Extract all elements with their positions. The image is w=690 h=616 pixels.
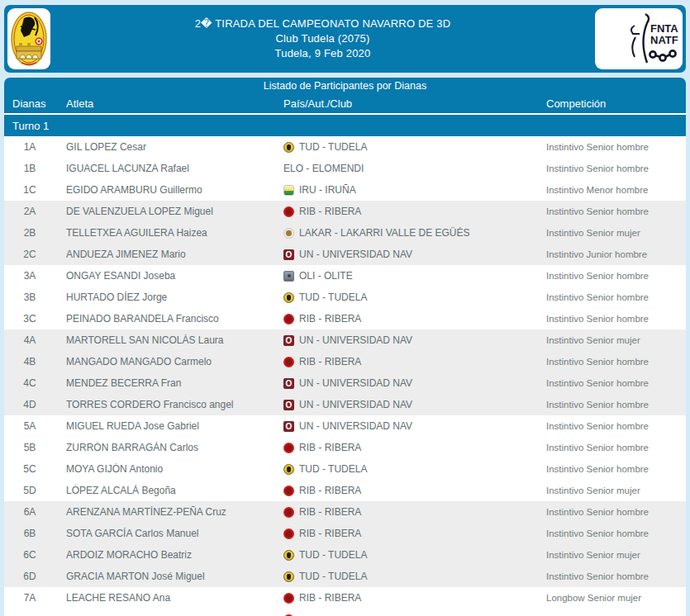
row-club-cell: UN - UNIVERSIDAD NAV (283, 249, 546, 260)
col-header-dianas: Dianas (4, 97, 55, 110)
row-dianas: 2B (4, 227, 55, 239)
row-competicion: Instintivo Senior hombre (546, 421, 686, 431)
row-dianas: 6A (4, 506, 55, 518)
un-club-icon (283, 249, 294, 260)
svg-text:FNTA: FNTA (650, 22, 678, 35)
table-row: 1B IGUACEL LACUNZA Rafael ELO - ELOMENDI… (4, 158, 686, 179)
row-club-cell: RIB - RIBERA (283, 592, 546, 604)
table-row: 6C ARDOIZ MORACHO Beatriz TUD - TUDELA I… (4, 544, 686, 566)
row-atleta: MOYA GIJÓN Antonio (66, 463, 283, 475)
row-club-cell: RIB - RIBERA (283, 442, 546, 453)
row-dianas: 4B (4, 356, 55, 367)
un-club-icon (283, 421, 294, 432)
row-atleta: ANDUEZA JIMENEZ Mario (66, 249, 283, 260)
row-club-cell: TUD - TUDELA (283, 141, 546, 153)
row-club: UN - UNIVERSIDAD NAV (299, 377, 412, 389)
row-club: IRU - IRUÑA (299, 184, 356, 196)
table-row: 1A GIL LOPEZ Cesar TUD - TUDELA Instinti… (4, 136, 686, 158)
row-atleta: ZURRÓN BARRAGÁN Carlos (66, 442, 283, 453)
row-club: TUD - TUDELA (299, 291, 367, 303)
table-row: 6B SOTA GARCÍA Carlos Manuel RIB - RIBER… (4, 523, 686, 544)
col-header-atleta: Atleta (66, 97, 283, 110)
un-club-icon (283, 378, 294, 389)
row-dianas: 1B (4, 163, 55, 174)
row-atleta: DE VALENZUELA LOPEZ Miguel (66, 206, 283, 217)
participants-table: Listado de Participantes por Dianas Dian… (4, 78, 686, 616)
row-club: TUD - TUDELA (299, 549, 367, 561)
iru-club-icon (283, 185, 294, 196)
row-club: TUD - TUDELA (299, 141, 367, 153)
row-atleta: IGUACEL LACUNZA Rafael (66, 163, 283, 174)
rib-club-icon (283, 314, 294, 325)
row-atleta: GIL LOPEZ Cesar (66, 141, 283, 153)
table-row: 1C EGIDO ARAMBURU Guillermo IRU - IRUÑA … (4, 179, 686, 201)
row-atleta: MIGUEL RUEDA Jose Gabriel (66, 420, 283, 432)
row-competicion: Instintivo Junior hombre (546, 249, 686, 259)
federation-logo: FNTA NATF (595, 8, 683, 69)
row-competicion: Instintivo Senior hombre (546, 507, 686, 517)
row-club: RIB - RIBERA (299, 313, 361, 325)
row-atleta: EGIDO ARAMBURU Guillermo (66, 184, 283, 196)
tud-club-icon (283, 571, 294, 582)
row-competicion: Instintivo Senior hombre (546, 142, 686, 152)
table-title: Listado de Participantes por Dianas (4, 78, 686, 94)
row-dianas: 4A (4, 334, 55, 346)
row-competicion: Instintivo Senior hombre (546, 314, 686, 324)
row-competicion: Instintivo Senior hombre (546, 571, 686, 581)
row-atleta: TORRES CORDERO Francisco angel (66, 399, 283, 410)
table-row: 3A ONGAY ESANDI Joseba OLI - OLITE Insti… (4, 265, 686, 287)
tud-club-icon (283, 464, 294, 475)
row-club: RIB - RIBERA (299, 592, 361, 604)
row-competicion: Instintivo Senior hombre (546, 292, 686, 302)
table-row: 5B ZURRÓN BARRAGÁN Carlos RIB - RIBERA I… (4, 437, 686, 458)
row-atleta: GRACIA MARTON José Miguel (66, 571, 283, 582)
row-atleta: LÓPEZ ALCALÁ Begoña (66, 485, 283, 496)
row-club: TUD - TUDELA (299, 463, 367, 475)
table-row: 6A ARENZANA MARTÍNEZ-PEÑA Cruz RIB - RIB… (4, 501, 686, 523)
row-competicion: Longbow Senior mujer (546, 593, 686, 603)
row-dianas: 1C (4, 184, 55, 196)
row-club-cell: UN - UNIVERSIDAD NAV (283, 377, 546, 389)
svg-text:NATF: NATF (650, 34, 678, 46)
row-competicion: Instintivo Senior hombre (546, 400, 686, 410)
event-title: 2� TIRADA DEL CAMPEONATO NAVARRO DE 3D (50, 17, 595, 31)
row-atleta: ONGAY ESANDI Joseba (66, 270, 283, 282)
row-club-cell: RIB - RIBERA (283, 506, 546, 518)
club-tudela-logo (7, 8, 50, 69)
event-header: 2� TIRADA DEL CAMPEONATO NAVARRO DE 3D C… (4, 5, 686, 73)
rib-club-icon (283, 486, 294, 496)
row-dianas: 6C (4, 549, 55, 561)
row-club-cell: RIB - RIBERA (283, 528, 546, 539)
lakar-club-icon (283, 228, 294, 239)
row-club: UN - UNIVERSIDAD NAV (299, 420, 412, 432)
row-competicion: Instintivo Senior mujer (546, 228, 686, 238)
row-club-cell: UN - UNIVERSIDAD NAV (283, 399, 546, 410)
row-dianas: 6D (4, 571, 55, 582)
rib-club-icon (283, 206, 294, 217)
row-club-cell: TUD - TUDELA (283, 571, 546, 582)
row-club-cell: RIB - RIBERA (283, 206, 546, 217)
row-club: UN - UNIVERSIDAD NAV (299, 399, 412, 410)
row-competicion: Instintivo Senior hombre (546, 271, 686, 281)
fnta-natf-archer-icon: FNTA NATF (598, 12, 679, 66)
row-club: RIB - RIBERA (299, 442, 361, 453)
table-body: 1A GIL LOPEZ Cesar TUD - TUDELA Instinti… (4, 136, 686, 616)
table-row: 3B HURTADO DÍEZ Jorge TUD - TUDELA Insti… (4, 287, 686, 308)
row-competicion: Instintivo Senior mujer (546, 550, 686, 560)
row-club-cell: UN - UNIVERSIDAD NAV (283, 420, 546, 432)
row-atleta: MANGADO MANGADO Carmelo (66, 356, 283, 367)
table-row (4, 609, 686, 616)
row-club: UN - UNIVERSIDAD NAV (299, 249, 412, 260)
row-atleta: HURTADO DÍEZ Jorge (66, 291, 283, 303)
row-competicion: Instintivo Senior hombre (546, 163, 686, 173)
row-club-cell: RIB - RIBERA (283, 485, 546, 496)
tud-club-icon (283, 292, 294, 303)
row-competicion: Instintivo Senior hombre (546, 357, 686, 367)
col-header-competicion: Competición (546, 97, 686, 110)
row-club-cell: LAKAR - LAKARRI VALLE DE EGÜÉS (283, 227, 546, 239)
row-competicion: Instintivo Senior hombre (546, 443, 686, 453)
row-club: RIB - RIBERA (299, 506, 361, 518)
row-dianas: 4C (4, 377, 55, 389)
row-dianas: 5B (4, 442, 55, 453)
row-club: OLI - OLITE (299, 270, 353, 282)
